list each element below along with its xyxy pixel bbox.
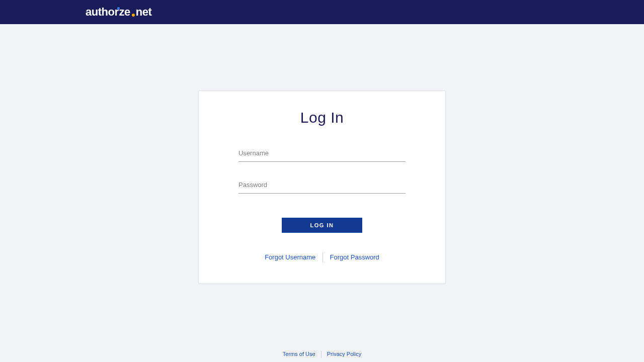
footer: Terms of Use Privacy Policy xyxy=(0,351,644,362)
brand-part-2: ze xyxy=(119,6,130,19)
login-button[interactable]: LOG IN xyxy=(282,218,362,233)
brand-part-3: net xyxy=(136,6,152,19)
password-input[interactable] xyxy=(238,180,406,194)
username-input[interactable] xyxy=(238,148,406,162)
forgot-username-link[interactable]: Forgot Username xyxy=(265,253,315,261)
top-navbar: authorzenet xyxy=(0,0,644,24)
privacy-link[interactable]: Privacy Policy xyxy=(327,351,361,357)
brand-logo: authorzenet xyxy=(86,6,151,19)
brand-dot-icon xyxy=(132,14,135,17)
login-card: Log In Username Password LOG IN Forgot U… xyxy=(198,90,446,284)
main-area: Log In Username Password LOG IN Forgot U… xyxy=(0,24,644,351)
password-field-wrap: Password xyxy=(238,180,406,194)
username-field-wrap: Username xyxy=(238,148,406,162)
help-links: Forgot Username Forgot Password xyxy=(219,253,425,263)
terms-link[interactable]: Terms of Use xyxy=(283,351,315,357)
brand-part-1: author xyxy=(86,6,118,19)
links-divider-icon xyxy=(323,252,323,262)
footer-divider-icon xyxy=(321,351,321,358)
forgot-password-link[interactable]: Forgot Password xyxy=(330,253,379,261)
login-title: Log In xyxy=(219,109,425,126)
